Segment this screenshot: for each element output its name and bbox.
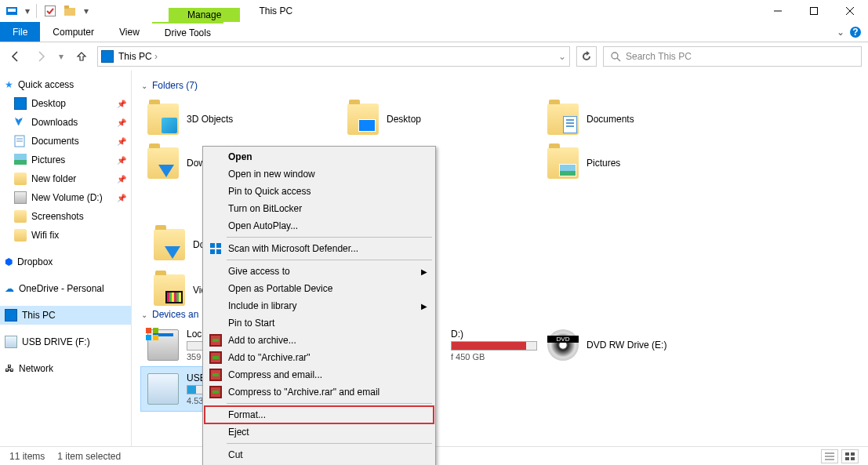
svg-rect-24 xyxy=(210,249,215,254)
forward-button[interactable] xyxy=(31,47,50,66)
folder-pictures[interactable]: Pictures xyxy=(541,141,741,185)
menu-pin-start[interactable]: Pin to Start xyxy=(205,314,434,332)
network-icon: 🖧 xyxy=(5,363,14,374)
sidebar-item-downloads[interactable]: ⮟Downloads📌 xyxy=(0,113,131,132)
new-folder-icon[interactable] xyxy=(62,2,79,20)
sidebar-quick-access[interactable]: ★ Quick access xyxy=(0,75,131,94)
folder-icon xyxy=(14,173,27,185)
star-icon: ★ xyxy=(5,79,13,90)
svg-rect-4 xyxy=(64,5,69,9)
help-icon[interactable]: ? xyxy=(849,26,862,38)
sidebar-item-documents[interactable]: Documents📌 xyxy=(0,132,131,151)
svg-rect-34 xyxy=(212,373,219,376)
menu-add-archive-rar[interactable]: Add to "Archive.rar" xyxy=(205,349,434,366)
quick-access-toolbar: ▾ ▾ xyxy=(0,0,93,22)
sidebar-item-screenshots[interactable]: Screenshots xyxy=(0,207,131,226)
menu-format[interactable]: Format... xyxy=(205,406,434,423)
properties-icon[interactable] xyxy=(3,2,20,20)
documents-icon xyxy=(14,135,27,147)
sidebar-usb-drive[interactable]: USB DRIVE (F:) xyxy=(0,332,131,351)
pictures-icon xyxy=(14,154,27,166)
onedrive-icon: ☁ xyxy=(5,283,14,294)
view-large-icons-button[interactable] xyxy=(841,449,859,463)
pin-icon: 📌 xyxy=(117,118,126,127)
breadcrumb[interactable]: This PC › xyxy=(118,51,158,62)
pin-icon: 📌 xyxy=(117,175,126,183)
pin-icon: 📌 xyxy=(117,194,126,202)
menu-pin-quick-access[interactable]: Pin to Quick access xyxy=(205,183,434,200)
tab-file[interactable]: File xyxy=(0,22,40,42)
search-input[interactable]: Search This PC xyxy=(603,46,862,67)
defender-icon xyxy=(209,242,222,255)
search-icon xyxy=(610,51,621,62)
svg-rect-42 xyxy=(851,452,855,456)
menu-autoplay[interactable]: Open AutoPlay... xyxy=(205,217,434,234)
location-icon xyxy=(101,50,114,63)
menu-portable-device[interactable]: Open as Portable Device xyxy=(205,280,434,297)
menu-open-new-window[interactable]: Open in new window xyxy=(205,165,434,183)
svg-rect-3 xyxy=(64,8,75,16)
menu-open[interactable]: Open xyxy=(205,148,434,165)
svg-rect-17 xyxy=(14,160,27,165)
svg-rect-44 xyxy=(851,457,855,460)
status-item-count: 11 items xyxy=(9,451,45,462)
menu-add-archive[interactable]: Add to archive... xyxy=(205,332,434,349)
svg-rect-20 xyxy=(146,335,151,340)
sidebar-item-new-volume[interactable]: New Volume (D:)📌 xyxy=(0,188,131,207)
qat-customize-icon[interactable]: ▾ xyxy=(82,2,90,20)
sidebar-item-new-folder[interactable]: New folder📌 xyxy=(0,169,131,188)
navigation-bar: ▾ This PC › ⌄ Search This PC xyxy=(0,42,868,71)
ribbon-collapse-icon[interactable]: ⌄ xyxy=(837,27,844,38)
pin-icon: 📌 xyxy=(117,100,126,108)
refresh-button[interactable] xyxy=(576,46,597,67)
submenu-arrow-icon: ▶ xyxy=(421,267,427,276)
svg-rect-41 xyxy=(845,452,849,456)
folder-3d-objects[interactable]: 3D Objects xyxy=(141,97,341,141)
folder-documents[interactable]: Documents xyxy=(541,97,741,141)
pin-icon: 📌 xyxy=(117,156,126,165)
tab-view[interactable]: View xyxy=(107,22,152,42)
menu-cut[interactable]: Cut xyxy=(205,446,434,463)
folder-desktop[interactable]: Desktop xyxy=(341,97,541,141)
folder-icon xyxy=(14,229,27,242)
sidebar-item-pictures[interactable]: Pictures📌 xyxy=(0,151,131,169)
close-button[interactable] xyxy=(832,0,868,22)
sidebar-dropbox[interactable]: ⬢Dropbox xyxy=(0,252,131,271)
qat-dropdown-icon[interactable]: ▾ xyxy=(24,2,31,20)
recent-locations-icon[interactable]: ▾ xyxy=(56,47,66,66)
menu-bitlocker[interactable]: Turn on BitLocker xyxy=(205,200,434,217)
back-button[interactable] xyxy=(6,47,25,66)
address-dropdown-icon[interactable]: ⌄ xyxy=(558,51,566,62)
tab-drive-tools[interactable]: Drive Tools xyxy=(152,22,223,42)
pc-icon xyxy=(5,309,17,322)
tab-computer[interactable]: Computer xyxy=(40,22,107,42)
drive-dvd-e[interactable]: DVD RW Drive (E:) xyxy=(541,323,741,367)
menu-give-access[interactable]: Give access to▶ xyxy=(205,263,434,280)
menu-compress-archive-email[interactable]: Compress to "Archive.rar" and email xyxy=(205,383,434,401)
section-drives[interactable]: ⌄ Devices an xyxy=(141,309,212,320)
menu-eject[interactable]: Eject xyxy=(205,423,434,441)
menu-defender[interactable]: Scan with Microsoft Defender... xyxy=(205,240,434,257)
maximize-button[interactable] xyxy=(796,0,832,22)
svg-rect-6 xyxy=(811,8,818,15)
pin-icon: 📌 xyxy=(117,137,126,146)
menu-include-library[interactable]: Include in library▶ xyxy=(205,297,434,314)
sidebar-item-wifi-fix[interactable]: Wifi fix xyxy=(0,226,131,245)
rar-icon xyxy=(209,369,222,381)
view-details-button[interactable] xyxy=(821,449,838,463)
section-folders[interactable]: ⌄ Folders (7) xyxy=(141,80,859,91)
sidebar-network[interactable]: 🖧Network xyxy=(0,359,131,378)
window-title: This PC xyxy=(259,5,292,16)
svg-rect-37 xyxy=(212,391,219,394)
up-button[interactable] xyxy=(72,47,91,66)
sidebar-item-desktop[interactable]: Desktop📌 xyxy=(0,94,131,113)
address-bar[interactable]: This PC › ⌄ xyxy=(97,46,570,67)
minimize-button[interactable] xyxy=(760,0,796,22)
svg-rect-23 xyxy=(216,243,221,248)
sidebar-this-pc[interactable]: This PC xyxy=(0,306,131,325)
sidebar-onedrive[interactable]: ☁OneDrive - Personal xyxy=(0,279,131,298)
svg-rect-25 xyxy=(216,249,221,254)
usb-icon xyxy=(5,336,17,348)
checkbox-icon[interactable] xyxy=(42,2,59,20)
menu-compress-email[interactable]: Compress and email... xyxy=(205,366,434,383)
